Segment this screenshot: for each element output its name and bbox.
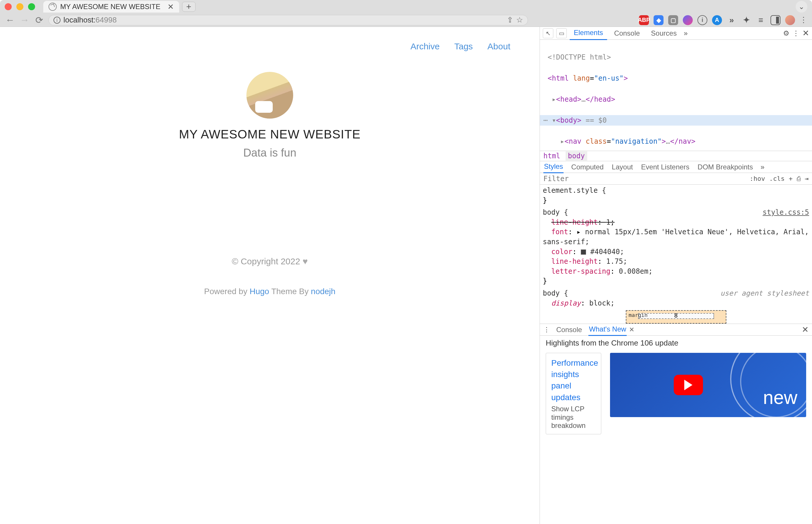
site-info-icon[interactable]: i [53,17,61,24]
close-whatsnew-tab-icon[interactable]: ✕ [629,326,634,333]
drawer-tab-whatsnew[interactable]: What's New [588,323,627,336]
extension-icon[interactable] [683,15,693,25]
hugo-link[interactable]: Hugo [250,287,269,296]
video-label: new [763,387,797,408]
extension-icons: ABP ◆ ▢ i A » ✦ ≡ ⋮ [639,15,807,25]
tab-layout[interactable]: Layout [611,161,633,173]
close-window-button[interactable] [5,3,12,10]
drawer-body: Highlights from the Chrome 106 update Pe… [540,335,812,524]
hov-toggle[interactable]: :hov [750,175,765,182]
tab-console[interactable]: Console [610,27,644,40]
devtools-tabbar: ↖ ▭ Elements Console Sources » ⚙ ⋮ ✕ [540,27,812,40]
page-viewport: Archive Tags About MY AWESOME NEW WEBSIT… [0,27,540,524]
favicon-icon [49,3,57,11]
drawer-tab-console[interactable]: Console [556,324,583,335]
drawer-heading: Highlights from the Chrome 106 update [546,339,806,348]
close-tab-button[interactable]: ✕ [168,2,174,11]
page-title: MY AWESOME NEW WEBSITE [179,127,361,141]
color-swatch-icon[interactable] [581,249,586,255]
devtools-close-icon[interactable]: ✕ [802,28,809,38]
tab-dom-breakpoints[interactable]: DOM Breakpoints [697,161,753,173]
dom-selected-node[interactable]: ▾<body> == $0 [540,115,812,126]
extension-icon[interactable]: ◆ [654,15,664,25]
computed-panel-icon[interactable]: ⇥ [805,175,809,182]
source-link[interactable]: style.css:5 [763,208,809,218]
card-subtitle: Show LCP timings breakdown [551,405,596,430]
copyright-text: © Copyright 2022 ♥ [232,257,308,266]
cls-toggle[interactable]: .cls [769,175,785,182]
nav-link-tags[interactable]: Tags [454,42,473,51]
tab-sources[interactable]: Sources [647,27,681,40]
browser-tab[interactable]: MY AWESOME NEW WEBSITE ✕ [43,1,179,13]
bookmark-star-icon[interactable]: ☆ [516,15,523,24]
profile-avatar[interactable] [785,15,795,25]
tab-styles[interactable]: Styles [543,161,563,173]
tab-title: MY AWESOME NEW WEBSITE [60,3,160,11]
extension-icon[interactable]: A [712,15,722,25]
extensions-menu-icon[interactable]: ✦ [741,15,751,25]
inspect-element-icon[interactable]: ↖ [543,28,553,38]
nav-link-about[interactable]: About [488,42,510,51]
author-link[interactable]: nodejh [311,287,336,296]
back-button[interactable]: ← [5,15,15,26]
toolbar: ← → ⟳ i localhost:64998 ⇪ ☆ ABP ◆ ▢ i A … [0,13,812,27]
card-title: Performance insights panel updates [551,357,596,403]
browser-menu-button[interactable]: ⋮ [800,15,807,24]
share-icon[interactable]: ⇪ [507,15,513,24]
titlebar: MY AWESOME NEW WEBSITE ✕ + ⌄ [0,0,812,13]
whatsnew-video-thumbnail[interactable]: new [610,353,806,417]
browser-window: MY AWESOME NEW WEBSITE ✕ + ⌄ ← → ⟳ i loc… [0,0,812,524]
styles-rules[interactable]: element.style { } body {style.css:5 line… [540,185,812,307]
traffic-lights [5,3,35,10]
url-bar[interactable]: i localhost:64998 ⇪ ☆ [49,15,528,26]
site-avatar-image [246,72,293,119]
drawer-menu-icon[interactable]: ⋮ [543,326,550,333]
dom-tree[interactable]: <!DOCTYPE html> <html lang="en-us"> ▸<he… [540,40,812,151]
styles-filter-input[interactable] [543,175,746,183]
devtools-drawer: ⋮ Console What's New ✕ ✕ Highlights from… [540,324,812,524]
tabs-dropdown-button[interactable]: ⌄ [796,1,807,13]
side-panel-icon[interactable] [770,15,780,25]
drawer-tabbar: ⋮ Console What's New ✕ ✕ [540,324,812,335]
tab-elements[interactable]: Elements [570,27,607,40]
extension-icon[interactable]: i [697,15,707,25]
styles-filter-row: :hov .cls + ⎙ ⇥ [540,173,812,185]
adblock-extension-icon[interactable]: ABP [639,15,649,25]
reading-list-icon[interactable]: ≡ [756,15,766,25]
nav-link-archive[interactable]: Archive [410,42,440,51]
styles-tabbar: Styles Computed Layout Event Listeners D… [540,161,812,173]
tab-computed[interactable]: Computed [571,161,604,173]
maximize-window-button[interactable] [28,3,35,10]
dom-breadcrumb: html body [540,151,812,161]
extension-icon[interactable]: ▢ [668,15,678,25]
new-tab-button[interactable]: + [182,2,195,12]
device-toolbar-icon[interactable]: ▭ [556,28,567,38]
play-icon [674,375,703,395]
page-hero: MY AWESOME NEW WEBSITE Data is fun [23,72,516,159]
breadcrumb-body[interactable]: body [566,151,587,161]
box-model-diagram: 8 [540,307,812,324]
forward-button[interactable]: → [19,15,30,26]
page-subtitle: Data is fun [243,147,297,159]
more-styles-tabs-icon[interactable]: » [761,163,764,171]
url-text: localhost:64998 [63,15,117,24]
close-drawer-icon[interactable]: ✕ [802,325,809,334]
breadcrumb-html[interactable]: html [543,152,560,160]
powered-by-text: Powered by Hugo Theme By nodejh [204,287,335,296]
devtools-settings-icon[interactable]: ⚙ [783,29,790,37]
more-tabs-icon[interactable]: » [684,29,687,37]
overflow-extensions-icon[interactable]: » [727,15,736,25]
page-navigation: Archive Tags About [23,42,516,60]
devtools-menu-icon[interactable]: ⋮ [792,29,799,37]
print-styles-icon[interactable]: ⎙ [797,175,801,182]
reload-button[interactable]: ⟳ [34,15,44,26]
devtools-panel: ↖ ▭ Elements Console Sources » ⚙ ⋮ ✕ <!D… [540,27,812,524]
tab-event-listeners[interactable]: Event Listeners [640,161,690,173]
content-area: Archive Tags About MY AWESOME NEW WEBSIT… [0,27,812,524]
heart-icon: ♥ [303,257,308,266]
new-style-rule-icon[interactable]: + [789,175,793,182]
page-footer: © Copyright 2022 ♥ Powered by Hugo Theme… [23,204,516,509]
minimize-window-button[interactable] [16,3,23,10]
whatsnew-card[interactable]: Performance insights panel updates Show … [546,353,601,434]
